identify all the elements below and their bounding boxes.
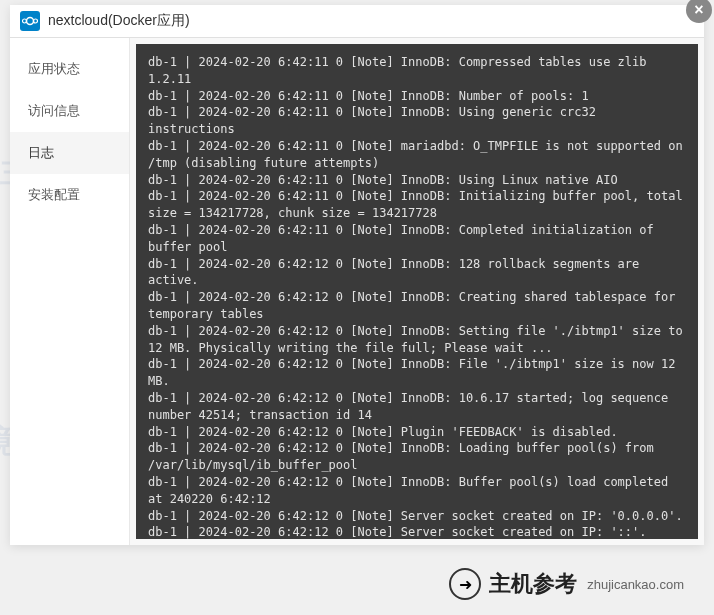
footer-brand: ➜ 主机参考 zhujicankao.com [449, 568, 684, 600]
log-line: db-1 | 2024-02-20 6:42:11 0 [Note] InnoD… [148, 88, 686, 105]
nextcloud-icon [20, 11, 40, 31]
brand-url: zhujicankao.com [587, 577, 684, 592]
log-line: db-1 | 2024-02-20 6:42:12 0 [Note] InnoD… [148, 289, 686, 323]
log-line: db-1 | 2024-02-20 6:42:12 0 [Note] InnoD… [148, 256, 686, 290]
log-line: db-1 | 2024-02-20 6:42:12 0 [Note] Serve… [148, 524, 686, 539]
log-line: db-1 | 2024-02-20 6:42:12 0 [Note] InnoD… [148, 356, 686, 390]
log-line: db-1 | 2024-02-20 6:42:12 0 [Note] Plugi… [148, 424, 686, 441]
log-line: db-1 | 2024-02-20 6:42:12 0 [Note] InnoD… [148, 440, 686, 474]
log-line: db-1 | 2024-02-20 6:42:11 0 [Note] InnoD… [148, 172, 686, 189]
log-line: db-1 | 2024-02-20 6:42:11 0 [Note] InnoD… [148, 222, 686, 256]
title-bar: nextcloud(Docker应用) [10, 5, 704, 38]
log-line: db-1 | 2024-02-20 6:42:11 0 [Note] InnoD… [148, 188, 686, 222]
content-area: 应用状态 访问信息 日志 安装配置 db-1 | 2024-02-20 6:42… [10, 38, 704, 545]
svg-point-0 [27, 18, 34, 25]
log-line: db-1 | 2024-02-20 6:42:11 0 [Note] InnoD… [148, 54, 686, 88]
log-line: db-1 | 2024-02-20 6:42:12 0 [Note] InnoD… [148, 474, 686, 508]
sidebar-item-install-config[interactable]: 安装配置 [10, 174, 129, 216]
sidebar: 应用状态 访问信息 日志 安装配置 [10, 38, 130, 545]
sidebar-item-app-status[interactable]: 应用状态 [10, 48, 129, 90]
log-line: db-1 | 2024-02-20 6:42:11 0 [Note] maria… [148, 138, 686, 172]
sidebar-item-access-info[interactable]: 访问信息 [10, 90, 129, 132]
app-window: × nextcloud(Docker应用) 应用状态 访问信息 日志 安装配置 … [10, 5, 704, 545]
window-title: nextcloud(Docker应用) [48, 12, 190, 30]
log-viewer[interactable]: db-1 | 2024-02-20 6:42:11 0 [Note] InnoD… [136, 44, 698, 539]
log-line: db-1 | 2024-02-20 6:42:12 0 [Note] InnoD… [148, 390, 686, 424]
svg-point-2 [34, 19, 38, 23]
log-line: db-1 | 2024-02-20 6:42:12 0 [Note] InnoD… [148, 323, 686, 357]
arrow-icon: ➜ [449, 568, 481, 600]
close-button[interactable]: × [686, 0, 712, 23]
sidebar-item-logs[interactable]: 日志 [10, 132, 129, 174]
brand-name: 主机参考 [489, 569, 577, 599]
log-line: db-1 | 2024-02-20 6:42:12 0 [Note] Serve… [148, 508, 686, 525]
log-line: db-1 | 2024-02-20 6:42:11 0 [Note] InnoD… [148, 104, 686, 138]
